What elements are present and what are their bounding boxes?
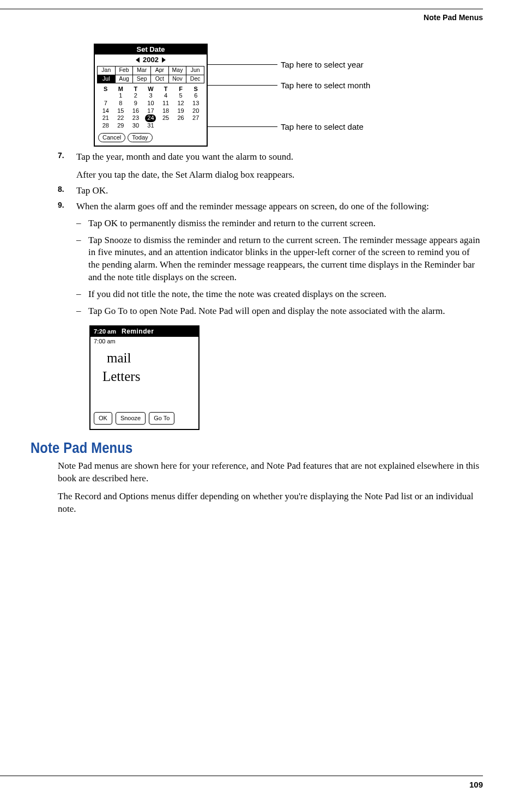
top-rule [0,9,483,9]
section-heading: Note Pad Menus [31,440,428,457]
prev-year-icon[interactable] [136,57,140,63]
dash-text: Tap OK to permanently dismiss the remind… [88,217,376,230]
day-cell[interactable]: 29 [113,122,129,130]
month-cell[interactable]: Jan [98,66,116,75]
step-7: 7. Tap the year, month and date you want… [58,151,483,164]
month-cell[interactable]: Oct [151,75,169,84]
today-button[interactable]: Today [128,133,152,142]
callout-line [208,126,277,127]
day-cell[interactable]: 31 [143,122,159,130]
day-cell[interactable]: 4 [158,92,173,100]
month-grid[interactable]: JanFebMarAprMayJunJulAugSepOctNovDec [97,66,204,83]
weekday-label: F [173,86,189,92]
snooze-button[interactable]: Snooze [116,412,146,425]
dash-text: Tap Go To to open Note Pad. Note Pad wil… [88,305,445,318]
step-8: 8. Tap OK. [58,185,483,197]
dash: – [76,288,88,301]
step-7-follow: After you tap the date, the Set Alarm di… [76,169,483,181]
month-cell[interactable]: Jul [98,75,116,84]
day-cell[interactable]: 20 [188,107,203,115]
day-cell[interactable]: 1 [113,92,129,100]
next-year-icon[interactable] [162,57,166,63]
callout-year: Tap here to select year [281,60,364,69]
callout-month: Tap here to select month [281,81,370,90]
weekday-label: W [143,86,159,92]
day-cell[interactable]: 14 [98,107,113,115]
callout-line [208,64,277,65]
day-cell[interactable]: 17 [143,107,159,115]
day-cell[interactable]: 30 [128,122,143,130]
day-cell[interactable]: 26 [173,114,189,122]
month-cell[interactable]: Mar [133,66,151,75]
handwriting-line-2: Letters [102,370,140,383]
day-cell[interactable]: 13 [188,100,203,107]
ok-button[interactable]: OK [94,412,112,425]
day-cell[interactable]: 24 [143,114,159,122]
month-cell[interactable]: Dec [186,75,204,84]
day-cell[interactable]: 27 [188,114,203,122]
day-cell[interactable]: 15 [113,107,129,115]
day-cell[interactable]: 10 [143,100,159,107]
day-cell[interactable]: 21 [98,114,113,122]
weekday-label: T [158,86,173,92]
day-cell[interactable]: 12 [173,100,189,107]
dash-text: Tap Snooze to dismiss the reminder and r… [88,234,483,285]
day-cell[interactable]: 18 [158,107,173,115]
day-cell[interactable]: 28 [98,122,113,130]
month-cell[interactable]: May [169,66,187,75]
month-cell[interactable]: Jun [186,66,204,75]
weekday-header: SMTWTFS [98,86,203,92]
day-cell[interactable]: 7 [98,100,113,107]
step-number: 9. [58,201,76,213]
weekday-label: S [188,86,203,92]
day-cell[interactable]: 16 [128,107,143,115]
page-number: 109 [469,780,483,789]
day-cell[interactable]: 23 [128,114,143,122]
step-number: 8. [58,185,76,197]
month-cell[interactable]: Apr [151,66,169,75]
bottom-rule [0,776,483,776]
cancel-button[interactable]: Cancel [98,133,125,142]
month-cell[interactable]: Feb [116,66,134,75]
figure-reminder: 7:20 am Reminder 7:00 am mail Letters OK… [89,325,200,430]
reminder-note-time: 7:00 am [90,337,198,344]
dialog-title: Set Date [95,45,207,55]
callout-date: Tap here to select date [281,122,364,131]
dash: – [76,234,88,285]
month-cell[interactable]: Sep [133,75,151,84]
step-text: When the alarm goes off and the reminder… [76,201,429,213]
month-cell[interactable]: Aug [116,75,134,84]
month-cell[interactable]: Nov [169,75,187,84]
year-selector[interactable]: 2002 [95,55,207,66]
figure-set-date: Set Date 2002 JanFebMarAprMayJunJulAugSe… [94,44,483,147]
day-cell[interactable]: 3 [143,92,159,100]
dash-list: –Tap OK to permanently dismiss the remin… [76,217,483,318]
year-value: 2002 [143,56,159,64]
day-grid[interactable]: 1234567891011121314151617181920212223242… [98,92,203,130]
day-cell[interactable]: 6 [188,92,203,100]
callout-line [208,85,277,86]
step-text: Tap the year, month and date you want th… [76,151,293,164]
day-cell[interactable]: 9 [128,100,143,107]
section-para-1: Note Pad menus are shown here for your r… [58,460,483,485]
day-cell[interactable]: 22 [113,114,129,122]
day-cell[interactable]: 2 [128,92,143,100]
day-cell[interactable]: 5 [173,92,189,100]
reminder-bar-label: Reminder [122,328,154,335]
weekday-label: M [113,86,129,92]
reminder-titlebar: 7:20 am Reminder [90,326,198,337]
dash-text: If you did not title the note, the time … [88,288,386,301]
step-text: Tap OK. [76,185,108,197]
dash: – [76,217,88,230]
day-cell[interactable]: 11 [158,100,173,107]
day-cell[interactable]: 19 [173,107,189,115]
day-cell[interactable]: 8 [113,100,129,107]
reminder-note-canvas: mail Letters [90,344,198,409]
day-cell[interactable]: 25 [158,114,173,122]
dash: – [76,305,88,318]
day-blank [98,92,113,100]
weekday-label: S [98,86,113,92]
running-head: Note Pad Menus [424,13,483,22]
goto-button[interactable]: Go To [149,412,174,425]
set-date-dialog: Set Date 2002 JanFebMarAprMayJunJulAugSe… [94,44,208,147]
